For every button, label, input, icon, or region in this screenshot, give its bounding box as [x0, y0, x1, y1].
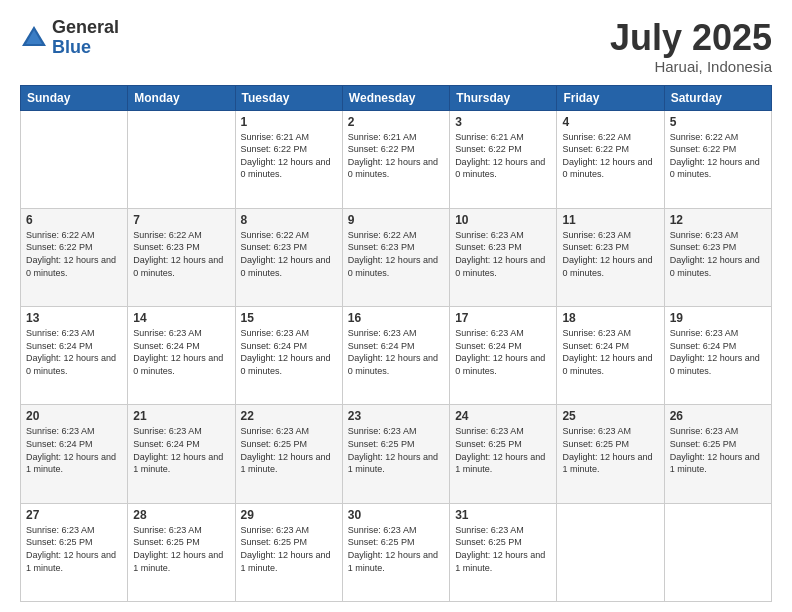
col-monday: Monday	[128, 85, 235, 110]
day-number: 9	[348, 213, 444, 227]
calendar-cell: 16Sunrise: 6:23 AM Sunset: 6:24 PM Dayli…	[342, 307, 449, 405]
day-number: 3	[455, 115, 551, 129]
cell-info: Sunrise: 6:22 AM Sunset: 6:22 PM Dayligh…	[26, 229, 122, 279]
logo-icon	[20, 24, 48, 52]
cell-info: Sunrise: 6:23 AM Sunset: 6:24 PM Dayligh…	[26, 327, 122, 377]
cell-info: Sunrise: 6:23 AM Sunset: 6:23 PM Dayligh…	[562, 229, 658, 279]
calendar-cell: 18Sunrise: 6:23 AM Sunset: 6:24 PM Dayli…	[557, 307, 664, 405]
day-number: 23	[348, 409, 444, 423]
calendar-cell: 10Sunrise: 6:23 AM Sunset: 6:23 PM Dayli…	[450, 208, 557, 306]
day-number: 18	[562, 311, 658, 325]
col-friday: Friday	[557, 85, 664, 110]
header: General Blue July 2025 Haruai, Indonesia	[20, 18, 772, 75]
cell-info: Sunrise: 6:23 AM Sunset: 6:23 PM Dayligh…	[670, 229, 766, 279]
logo-text: General Blue	[52, 18, 119, 58]
cell-info: Sunrise: 6:23 AM Sunset: 6:24 PM Dayligh…	[241, 327, 337, 377]
day-number: 14	[133, 311, 229, 325]
day-number: 10	[455, 213, 551, 227]
calendar-cell: 22Sunrise: 6:23 AM Sunset: 6:25 PM Dayli…	[235, 405, 342, 503]
day-number: 28	[133, 508, 229, 522]
day-number: 2	[348, 115, 444, 129]
cell-info: Sunrise: 6:23 AM Sunset: 6:25 PM Dayligh…	[133, 524, 229, 574]
day-number: 27	[26, 508, 122, 522]
cell-info: Sunrise: 6:23 AM Sunset: 6:24 PM Dayligh…	[133, 425, 229, 475]
cell-info: Sunrise: 6:23 AM Sunset: 6:25 PM Dayligh…	[241, 425, 337, 475]
calendar-cell	[664, 503, 771, 601]
calendar-cell: 3Sunrise: 6:21 AM Sunset: 6:22 PM Daylig…	[450, 110, 557, 208]
cell-info: Sunrise: 6:23 AM Sunset: 6:24 PM Dayligh…	[348, 327, 444, 377]
calendar-cell: 29Sunrise: 6:23 AM Sunset: 6:25 PM Dayli…	[235, 503, 342, 601]
cell-info: Sunrise: 6:21 AM Sunset: 6:22 PM Dayligh…	[348, 131, 444, 181]
calendar-week-4: 27Sunrise: 6:23 AM Sunset: 6:25 PM Dayli…	[21, 503, 772, 601]
calendar-cell: 28Sunrise: 6:23 AM Sunset: 6:25 PM Dayli…	[128, 503, 235, 601]
cell-info: Sunrise: 6:23 AM Sunset: 6:24 PM Dayligh…	[26, 425, 122, 475]
day-number: 26	[670, 409, 766, 423]
cell-info: Sunrise: 6:22 AM Sunset: 6:23 PM Dayligh…	[133, 229, 229, 279]
cell-info: Sunrise: 6:23 AM Sunset: 6:25 PM Dayligh…	[455, 425, 551, 475]
cell-info: Sunrise: 6:23 AM Sunset: 6:23 PM Dayligh…	[455, 229, 551, 279]
day-number: 16	[348, 311, 444, 325]
cell-info: Sunrise: 6:22 AM Sunset: 6:23 PM Dayligh…	[241, 229, 337, 279]
calendar-cell: 6Sunrise: 6:22 AM Sunset: 6:22 PM Daylig…	[21, 208, 128, 306]
cell-info: Sunrise: 6:23 AM Sunset: 6:24 PM Dayligh…	[455, 327, 551, 377]
cell-info: Sunrise: 6:23 AM Sunset: 6:25 PM Dayligh…	[26, 524, 122, 574]
day-number: 13	[26, 311, 122, 325]
calendar-cell: 14Sunrise: 6:23 AM Sunset: 6:24 PM Dayli…	[128, 307, 235, 405]
calendar-cell: 1Sunrise: 6:21 AM Sunset: 6:22 PM Daylig…	[235, 110, 342, 208]
day-number: 24	[455, 409, 551, 423]
day-number: 19	[670, 311, 766, 325]
calendar-cell: 26Sunrise: 6:23 AM Sunset: 6:25 PM Dayli…	[664, 405, 771, 503]
cell-info: Sunrise: 6:23 AM Sunset: 6:24 PM Dayligh…	[133, 327, 229, 377]
calendar-cell: 21Sunrise: 6:23 AM Sunset: 6:24 PM Dayli…	[128, 405, 235, 503]
cell-info: Sunrise: 6:21 AM Sunset: 6:22 PM Dayligh…	[455, 131, 551, 181]
calendar-cell: 12Sunrise: 6:23 AM Sunset: 6:23 PM Dayli…	[664, 208, 771, 306]
day-number: 8	[241, 213, 337, 227]
calendar-week-3: 20Sunrise: 6:23 AM Sunset: 6:24 PM Dayli…	[21, 405, 772, 503]
day-number: 31	[455, 508, 551, 522]
cell-info: Sunrise: 6:23 AM Sunset: 6:25 PM Dayligh…	[670, 425, 766, 475]
cell-info: Sunrise: 6:23 AM Sunset: 6:25 PM Dayligh…	[241, 524, 337, 574]
col-sunday: Sunday	[21, 85, 128, 110]
day-number: 30	[348, 508, 444, 522]
cell-info: Sunrise: 6:21 AM Sunset: 6:22 PM Dayligh…	[241, 131, 337, 181]
calendar-cell: 5Sunrise: 6:22 AM Sunset: 6:22 PM Daylig…	[664, 110, 771, 208]
day-number: 6	[26, 213, 122, 227]
day-number: 21	[133, 409, 229, 423]
day-number: 22	[241, 409, 337, 423]
calendar-cell: 25Sunrise: 6:23 AM Sunset: 6:25 PM Dayli…	[557, 405, 664, 503]
cell-info: Sunrise: 6:23 AM Sunset: 6:25 PM Dayligh…	[562, 425, 658, 475]
day-number: 15	[241, 311, 337, 325]
calendar-cell: 27Sunrise: 6:23 AM Sunset: 6:25 PM Dayli…	[21, 503, 128, 601]
calendar-cell	[21, 110, 128, 208]
page: General Blue July 2025 Haruai, Indonesia…	[0, 0, 792, 612]
calendar-cell: 7Sunrise: 6:22 AM Sunset: 6:23 PM Daylig…	[128, 208, 235, 306]
calendar-cell: 23Sunrise: 6:23 AM Sunset: 6:25 PM Dayli…	[342, 405, 449, 503]
day-number: 29	[241, 508, 337, 522]
calendar-cell: 24Sunrise: 6:23 AM Sunset: 6:25 PM Dayli…	[450, 405, 557, 503]
col-wednesday: Wednesday	[342, 85, 449, 110]
calendar-cell: 2Sunrise: 6:21 AM Sunset: 6:22 PM Daylig…	[342, 110, 449, 208]
calendar-cell	[128, 110, 235, 208]
day-number: 4	[562, 115, 658, 129]
cell-info: Sunrise: 6:22 AM Sunset: 6:23 PM Dayligh…	[348, 229, 444, 279]
day-number: 7	[133, 213, 229, 227]
calendar-cell: 15Sunrise: 6:23 AM Sunset: 6:24 PM Dayli…	[235, 307, 342, 405]
day-number: 5	[670, 115, 766, 129]
calendar-cell: 30Sunrise: 6:23 AM Sunset: 6:25 PM Dayli…	[342, 503, 449, 601]
logo-blue: Blue	[52, 37, 91, 57]
day-number: 12	[670, 213, 766, 227]
calendar-cell: 20Sunrise: 6:23 AM Sunset: 6:24 PM Dayli…	[21, 405, 128, 503]
cell-info: Sunrise: 6:23 AM Sunset: 6:24 PM Dayligh…	[670, 327, 766, 377]
logo: General Blue	[20, 18, 119, 58]
title-block: July 2025 Haruai, Indonesia	[610, 18, 772, 75]
calendar-header-row: Sunday Monday Tuesday Wednesday Thursday…	[21, 85, 772, 110]
cell-info: Sunrise: 6:23 AM Sunset: 6:25 PM Dayligh…	[455, 524, 551, 574]
month-title: July 2025	[610, 18, 772, 58]
cell-info: Sunrise: 6:23 AM Sunset: 6:25 PM Dayligh…	[348, 425, 444, 475]
cell-info: Sunrise: 6:22 AM Sunset: 6:22 PM Dayligh…	[562, 131, 658, 181]
calendar-cell: 9Sunrise: 6:22 AM Sunset: 6:23 PM Daylig…	[342, 208, 449, 306]
calendar-cell	[557, 503, 664, 601]
calendar-week-2: 13Sunrise: 6:23 AM Sunset: 6:24 PM Dayli…	[21, 307, 772, 405]
calendar-cell: 19Sunrise: 6:23 AM Sunset: 6:24 PM Dayli…	[664, 307, 771, 405]
day-number: 11	[562, 213, 658, 227]
